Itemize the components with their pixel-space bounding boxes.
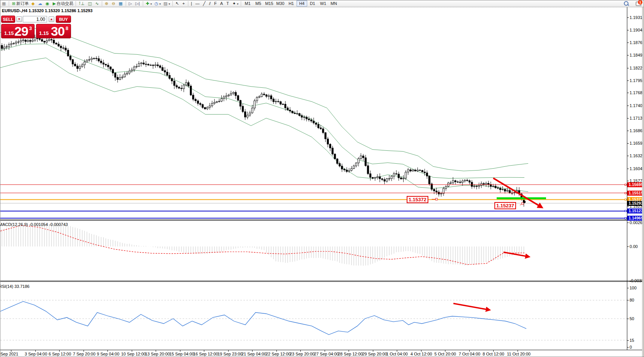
line-endpoint-marker[interactable] xyxy=(625,199,627,201)
timeframe-button-m1[interactable]: M1 xyxy=(242,0,253,6)
date-label: 22 Sep 12:00 xyxy=(266,352,290,356)
fibonacci-button[interactable]: F xyxy=(213,1,219,6)
buy-quote-button[interactable]: 1.15 30 8 xyxy=(36,24,71,38)
candlestick-chart-button[interactable]: ◫ xyxy=(87,1,93,6)
timeframe-button-h4[interactable]: H4 xyxy=(297,0,307,6)
panel-separator xyxy=(0,220,644,221)
text-label-button[interactable]: T xyxy=(225,1,231,6)
new-order-button[interactable]: ⊞新订单 xyxy=(11,1,30,6)
templates-button[interactable]: ▨▾ xyxy=(163,1,171,6)
autotrading-button[interactable]: ▶自动交易 xyxy=(52,1,74,6)
chart-shift-glyph: ▷| xyxy=(135,1,139,6)
price-tick xyxy=(627,131,629,131)
crosshair-button[interactable]: + xyxy=(181,1,186,6)
autotrading-glyph: ▶ xyxy=(53,1,56,6)
timeframe-button-h1[interactable]: H1 xyxy=(286,0,297,6)
fibonacci-glyph: F xyxy=(214,1,217,6)
auto-scroll-glyph: ▷ xyxy=(129,1,132,6)
price-tick xyxy=(627,181,629,181)
date-tick xyxy=(300,350,301,352)
timeframe-button-w1[interactable]: W1 xyxy=(318,0,328,6)
date-tick xyxy=(107,350,108,352)
indicators-button[interactable]: ✚▾ xyxy=(145,1,153,6)
broadcast-icon-glyph: ◉ xyxy=(46,1,49,6)
macd-tick xyxy=(627,281,629,281)
macd-panel xyxy=(0,224,529,265)
line-endpoint-marker[interactable] xyxy=(625,192,627,194)
date-label: 11 Oct 20:00 xyxy=(507,352,530,356)
date-label: 10 Sep 12:00 xyxy=(121,352,146,356)
chart-canvas xyxy=(0,0,644,357)
date-label: 9 Sep 04:00 xyxy=(97,352,119,356)
stamp-icon[interactable]: ◆ xyxy=(30,1,36,6)
date-tick xyxy=(252,350,253,352)
volume-input[interactable] xyxy=(23,16,47,22)
price-tick xyxy=(627,68,629,68)
price-level-label: 1.14969 xyxy=(627,216,644,221)
zoom-out-button[interactable]: ⊖ xyxy=(110,1,117,6)
timeframe-button-mn[interactable]: MN xyxy=(328,0,339,6)
chart-shift-button[interactable]: ▷| xyxy=(134,1,141,6)
timeframe-button-m30[interactable]: M30 xyxy=(275,0,286,6)
sell-price-pip: 3 xyxy=(29,25,32,31)
cloud-icon[interactable]: ☁ xyxy=(37,1,44,6)
date-tick xyxy=(445,350,445,352)
line-chart-glyph: ∿ xyxy=(95,1,99,6)
date-tick xyxy=(59,350,60,352)
trade-controls-row: SELL ▼ ▲ BUY xyxy=(1,16,71,23)
price-tick xyxy=(627,30,629,30)
price-axis-line[interactable] xyxy=(627,7,627,350)
timeframe-button-m5[interactable]: M5 xyxy=(253,0,264,6)
chart-fragment-icon[interactable]: ▦ xyxy=(1,1,8,6)
toolbar-separator xyxy=(9,1,9,6)
buy-price-prefix: 1.15 xyxy=(39,30,49,36)
macd-tick xyxy=(627,223,629,223)
line-endpoint-marker[interactable] xyxy=(625,184,627,186)
sell-button[interactable]: SELL xyxy=(1,16,15,23)
price-annotation-15372[interactable]: 1.15372 xyxy=(407,196,428,203)
templates-glyph: ▨ xyxy=(164,1,167,6)
new-order-button-label: 新订单 xyxy=(16,1,29,6)
price-tick xyxy=(627,81,629,81)
cloud-icon-glyph: ☁ xyxy=(38,1,42,6)
line-endpoint-marker[interactable] xyxy=(625,210,627,212)
notifications-icon[interactable]: 1 xyxy=(636,1,641,5)
timeframe-button-m15[interactable]: M15 xyxy=(264,0,275,6)
toolbar-separator xyxy=(172,1,173,6)
price-tick xyxy=(627,43,629,43)
price-tick xyxy=(627,17,629,18)
volume-decrease-button[interactable]: ▼ xyxy=(16,16,22,22)
macd-tick-label: 0.00 xyxy=(630,244,638,249)
volume-increase-button[interactable]: ▲ xyxy=(49,16,54,22)
equidistant-channel-button[interactable]: ⫽ xyxy=(208,1,213,6)
horizontal-line-button[interactable]: — xyxy=(194,1,202,6)
buy-button[interactable]: BUY xyxy=(56,16,71,23)
date-tick xyxy=(349,350,349,352)
auto-scroll-button[interactable]: ▷ xyxy=(128,1,134,6)
price-level-label: 1.15515 xyxy=(627,191,644,196)
trendline-button[interactable]: ╱ xyxy=(202,1,208,6)
broadcast-icon[interactable]: ◉ xyxy=(44,1,51,6)
text-button[interactable]: A xyxy=(219,1,225,6)
zoom-in-button[interactable]: ⊕ xyxy=(104,1,110,6)
cursor-button[interactable]: ↖ xyxy=(174,1,181,6)
date-tick xyxy=(11,350,11,352)
search-icon[interactable] xyxy=(623,1,629,6)
timeframe-button-d1[interactable]: D1 xyxy=(307,0,318,6)
window-edge xyxy=(642,0,644,357)
arrows-button[interactable]: ✦▾ xyxy=(231,1,240,6)
price-annotation-15237[interactable]: 1.15237 xyxy=(494,202,516,209)
panel-separator[interactable] xyxy=(0,281,644,281)
sell-quote-button[interactable]: 1.15 29 3 xyxy=(1,24,35,38)
price-level-label: 1.15123 xyxy=(627,209,644,213)
crosshair-glyph: + xyxy=(182,1,185,6)
line-endpoint-marker[interactable] xyxy=(625,217,627,219)
panel-separator[interactable] xyxy=(0,220,644,220)
one-click-trading-panel: SELL ▼ ▲ BUY 1.15 29 3 1.15 30 8 xyxy=(1,16,71,23)
periods-button[interactable]: ◷▾ xyxy=(153,1,162,6)
line-chart-button[interactable]: ∿ xyxy=(94,1,101,6)
arrows-glyph: ✦ xyxy=(232,1,236,6)
tile-windows-button[interactable]: ▦ xyxy=(118,1,125,6)
bar-chart-button[interactable]: ⊺⊥ xyxy=(77,1,86,6)
vertical-line-button[interactable]: | xyxy=(190,1,194,6)
